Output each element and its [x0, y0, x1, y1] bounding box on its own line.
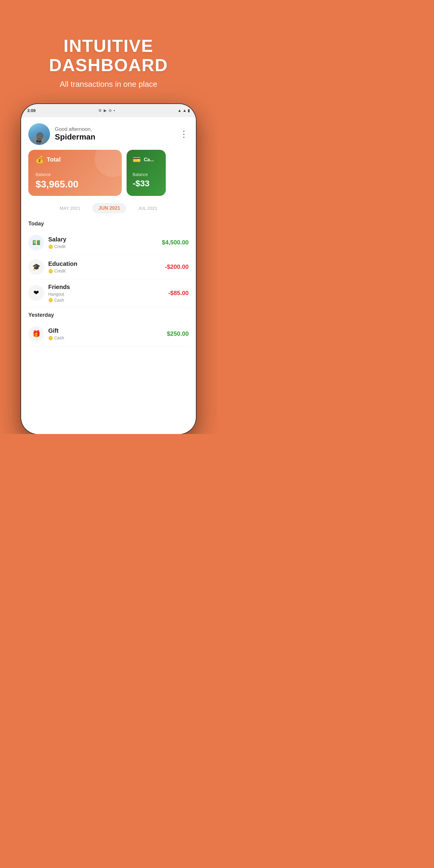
friends-name: Friends [48, 284, 164, 290]
transaction-salary[interactable]: 💵 Salary 🪙 Credit $4,500.00 [26, 230, 191, 255]
card-cash-title: Ca... [144, 157, 154, 162]
section-today-label: Today [26, 218, 191, 230]
header-left: 🕷️ Good afternoon, Spiderman [28, 123, 95, 145]
gift-details: Gift 🪙 Cash [48, 327, 163, 340]
card-total-header: 💰 Total [36, 156, 115, 164]
education-details: Education 🪙 Credit [48, 260, 161, 273]
hero-title: INTUITIVEDASHBOARD [49, 36, 168, 75]
storage-icon: ▪ [114, 108, 115, 113]
education-amount: -$200.00 [165, 264, 189, 270]
gift-icon: 🎁 [32, 330, 40, 338]
total-icon: 💰 [36, 156, 44, 164]
status-bar: 3:09 ⚙ ▶ ⊘ ▪ ▲ ▲ ▮ [21, 104, 196, 117]
card-cash-amount: -$33 [133, 179, 160, 188]
card-cash-balance-label: Balance [133, 172, 160, 177]
friends-amount: -$85.00 [168, 290, 189, 297]
salary-name: Salary [48, 236, 158, 243]
tab-jul-2021[interactable]: JUL 2021 [132, 203, 164, 213]
friends-sub-hangout: Hangout [48, 292, 164, 297]
wifi-icon: ▲ [178, 108, 181, 113]
friends-icon: ❤ [33, 289, 39, 297]
salary-icon-wrap: 💵 [28, 235, 44, 250]
salary-icon: 💵 [32, 239, 40, 247]
friends-sub-text: Cash [54, 298, 64, 303]
education-icon-wrap: 🎓 [28, 259, 44, 275]
status-icons-group: ⚙ ▶ ⊘ ▪ [98, 108, 115, 113]
gift-amount: $250.00 [167, 330, 189, 337]
hero-section: INTUITIVEDASHBOARD All transactions in o… [49, 0, 168, 89]
month-tabs: MAY 2021 JUN 2021 JUL 2021 [21, 201, 196, 218]
greeting-line: Good afternoon, [55, 126, 95, 132]
gift-sub-text: Cash [54, 336, 64, 340]
card-total-amount: $3,965.00 [36, 179, 115, 190]
transactions-list: Today 💵 Salary 🪙 Credit $4,500.00 [21, 218, 196, 422]
phone-frame: 3:09 ⚙ ▶ ⊘ ▪ ▲ ▲ ▮ 🕷️ [21, 104, 196, 434]
friends-sub-icon: 🪙 [48, 298, 53, 302]
friends-icon-wrap: ❤ [28, 285, 44, 301]
phone-screen: 🕷️ Good afternoon, Spiderman ⋮ 💰 Tot [21, 117, 196, 434]
section-yesterday-label: Yesterday [26, 310, 191, 322]
tab-may-2021[interactable]: MAY 2021 [54, 203, 87, 213]
gift-sub-icon: 🪙 [48, 336, 53, 340]
education-sub-icon: 🪙 [48, 269, 53, 273]
cards-scroll: 💰 Total Balance $3,965.00 💳 Ca... Balanc… [21, 150, 196, 201]
user-name: Spiderman [55, 132, 95, 142]
education-name: Education [48, 260, 161, 267]
salary-sub-text: Credit [54, 244, 65, 249]
salary-sub: 🪙 Credit [48, 244, 158, 249]
education-sub-text: Credit [54, 269, 65, 273]
gift-name: Gift [48, 327, 163, 334]
friends-details: Friends Hangout 🪙 Cash [48, 284, 164, 303]
gift-icon-wrap: 🎁 [28, 326, 44, 342]
app-header: 🕷️ Good afternoon, Spiderman ⋮ [21, 117, 196, 150]
salary-details: Salary 🪙 Credit [48, 236, 158, 249]
education-icon: 🎓 [32, 263, 40, 271]
tab-jun-2021[interactable]: JUN 2021 [92, 203, 126, 213]
salary-amount: $4,500.00 [162, 239, 189, 246]
transaction-education[interactable]: 🎓 Education 🪙 Credit -$200.00 [26, 255, 191, 279]
card-cash[interactable]: 💳 Ca... Balance -$33 [127, 150, 166, 196]
more-menu-button[interactable]: ⋮ [180, 130, 189, 138]
gear-icon: ⚙ [98, 108, 102, 113]
no-disturb-icon: ⊘ [108, 108, 112, 113]
avatar: 🕷️ [28, 123, 50, 145]
phone-bottom-spacer [21, 422, 196, 434]
status-time: 3:09 [27, 108, 36, 113]
phone-wrapper: 3:09 ⚙ ▶ ⊘ ▪ ▲ ▲ ▮ 🕷️ [21, 104, 196, 434]
card-total-balance-label: Balance [36, 172, 115, 177]
play-icon: ▶ [104, 108, 107, 113]
card-total-title: Total [47, 156, 61, 163]
education-sub: 🪙 Credit [48, 269, 161, 273]
gift-sub: 🪙 Cash [48, 336, 163, 340]
battery-icon: ▮ [188, 108, 190, 113]
signal-icon: ▲ [183, 108, 187, 113]
greeting-text: Good afternoon, Spiderman [55, 126, 95, 142]
hero-subtitle: All transactions in one place [49, 80, 168, 89]
cash-icon: 💳 [133, 156, 141, 164]
transaction-gift[interactable]: 🎁 Gift 🪙 Cash $250.00 [26, 322, 191, 346]
card-total[interactable]: 💰 Total Balance $3,965.00 [28, 150, 122, 196]
transaction-friends[interactable]: ❤ Friends Hangout 🪙 Cash -$85.00 [26, 279, 191, 307]
avatar-inner: 🕷️ [28, 123, 50, 145]
salary-sub-icon: 🪙 [48, 244, 53, 249]
friends-sub: 🪙 Cash [48, 298, 164, 303]
signal-battery-group: ▲ ▲ ▮ [178, 108, 190, 113]
card-cash-header: 💳 Ca... [133, 156, 160, 164]
